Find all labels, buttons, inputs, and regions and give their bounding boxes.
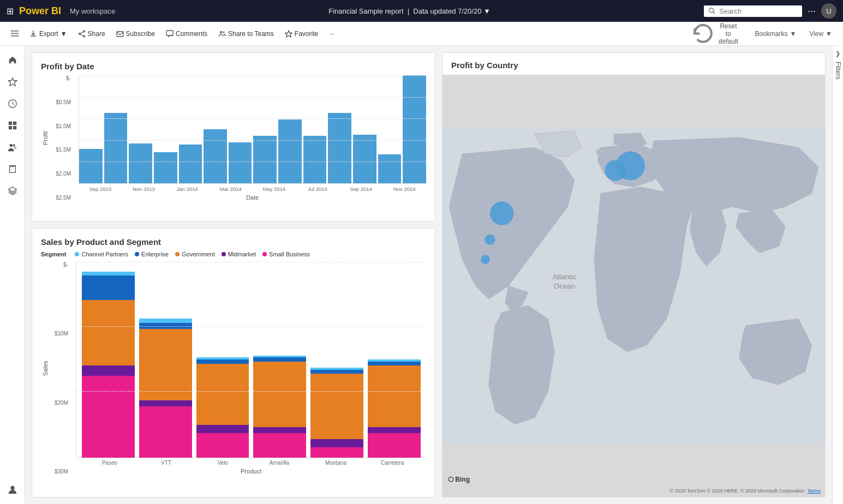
stacked-bar-group[interactable]	[253, 262, 306, 458]
share-teams-button[interactable]: Share to Teams	[214, 28, 278, 40]
filters-chevron[interactable]: ❯	[835, 50, 840, 57]
profit-bar[interactable]	[204, 129, 227, 183]
sidebar-item-shared[interactable]	[3, 137, 22, 157]
terms-link[interactable]: Terms	[808, 488, 821, 494]
profit-bar[interactable]	[403, 75, 426, 183]
sidebar-item-home[interactable]	[3, 50, 22, 70]
stacked-bar-segment	[82, 272, 135, 275]
sidebar-item-favorites[interactable]	[3, 72, 22, 92]
profit-bar[interactable]	[79, 149, 103, 183]
svg-line-1	[713, 12, 715, 14]
legend-dot	[222, 252, 226, 256]
map-title: Profit by Country	[443, 53, 825, 74]
content-area: Profit by Date Profit $2.5M$2.0M$1.5M$1.…	[25, 46, 832, 504]
legend-label: Small Business	[269, 251, 310, 257]
more-toolbar-icon[interactable]: ···	[325, 28, 339, 40]
svg-point-23	[10, 486, 14, 490]
stacked-bar-segment	[310, 374, 363, 439]
stacked-bar-segment	[253, 433, 306, 458]
sales-y-label: $10M	[49, 331, 71, 337]
sales-y-label: $20M	[49, 400, 71, 406]
search-input[interactable]	[719, 7, 790, 15]
svg-point-22	[13, 144, 15, 146]
search-icon	[708, 7, 716, 15]
legend-item[interactable]: Small Business	[262, 251, 310, 257]
profit-bar[interactable]	[328, 113, 351, 183]
view-button[interactable]: View ▼	[805, 28, 836, 40]
sales-x-labels: PaseoVTTVeloAmarillaMontanaCarretera	[76, 458, 426, 466]
profit-bar[interactable]	[129, 143, 152, 183]
more-options-icon[interactable]: ···	[808, 5, 816, 17]
share-button[interactable]: Share	[74, 28, 110, 40]
reset-icon	[691, 22, 715, 45]
sales-legend: Segment Channel Partners Enterprise Gove…	[41, 251, 426, 257]
sidebar-item-apps[interactable]	[3, 116, 22, 135]
profit-bar[interactable]	[378, 154, 402, 183]
stacked-bar-segment	[253, 427, 306, 433]
svg-text:⬡ Bing: ⬡ Bing	[448, 476, 470, 483]
sidebar-item-recent[interactable]	[3, 94, 22, 113]
clock-icon	[8, 99, 17, 109]
svg-point-5	[83, 31, 85, 32]
profit-x-label: May 2014	[253, 186, 296, 192]
profit-bar[interactable]	[303, 136, 327, 183]
stacked-bar-segment	[196, 433, 249, 458]
profit-bar[interactable]	[179, 145, 202, 183]
stacked-bar-group[interactable]	[310, 262, 363, 458]
stacked-bar-group[interactable]	[82, 262, 135, 458]
bookmarks-button[interactable]: Bookmarks ▼	[748, 28, 800, 40]
stacked-bar-segment	[82, 365, 135, 376]
main-layout: Profit by Date Profit $2.5M$2.0M$1.5M$1.…	[0, 46, 843, 504]
legend-item[interactable]: Channel Partners	[75, 251, 128, 257]
profit-x-label: Nov 2013	[122, 186, 166, 192]
svg-rect-19	[8, 126, 11, 129]
export-button[interactable]: Export ▼	[25, 28, 71, 40]
profit-bar[interactable]	[278, 119, 302, 183]
stacked-bar-group[interactable]	[196, 262, 249, 458]
svg-point-29	[485, 235, 495, 245]
profit-y-label: $2.0M	[49, 171, 74, 177]
profit-bar[interactable]	[104, 113, 128, 183]
powerbi-logo: Power BI	[19, 5, 61, 17]
sales-x-label: Carretera	[364, 460, 421, 466]
profit-bar[interactable]	[353, 135, 376, 183]
svg-point-21	[9, 144, 12, 147]
waffle-icon[interactable]: ⊞	[7, 6, 14, 16]
filters-panel[interactable]: ❯ Filters	[832, 46, 843, 504]
favorite-button[interactable]: Favorite	[280, 28, 322, 40]
profit-bar[interactable]	[229, 142, 252, 183]
comments-button[interactable]: Comments	[162, 28, 212, 40]
stacked-bar-segment	[368, 365, 421, 427]
profit-x-label: Nov 2014	[382, 186, 426, 192]
stacked-bar-segment	[253, 362, 306, 427]
search-box[interactable]	[704, 5, 802, 17]
svg-rect-10	[117, 32, 123, 37]
sidebar-item-learn[interactable]	[3, 159, 22, 179]
stacked-bar-group[interactable]	[368, 262, 421, 458]
menu-toggle-button[interactable]	[7, 28, 23, 40]
stacked-bar-group[interactable]	[139, 262, 192, 458]
profit-bar[interactable]	[253, 136, 277, 183]
workspace-label[interactable]: My workspace	[70, 7, 115, 15]
svg-point-0	[709, 8, 714, 13]
profit-y-axis-title: Profit	[41, 75, 49, 201]
legend-item[interactable]: Midmarket	[222, 251, 256, 257]
filters-label: Filters	[834, 62, 842, 80]
grid-icon	[8, 121, 17, 130]
profit-bar[interactable]	[154, 152, 177, 183]
sidebar-item-profile[interactable]	[3, 480, 22, 500]
legend-item[interactable]: Enterprise	[135, 251, 169, 257]
reset-button[interactable]: Reset to default	[687, 20, 744, 47]
svg-rect-18	[13, 122, 16, 125]
legend-label: Channel Partners	[81, 251, 128, 257]
legend-item[interactable]: Government	[175, 251, 215, 257]
legend-label: Enterprise	[141, 251, 169, 257]
subscribe-icon	[116, 30, 124, 38]
profit-chart-title: Profit by Date	[41, 62, 426, 71]
avatar[interactable]: U	[821, 3, 836, 19]
star-sidebar-icon	[8, 77, 17, 87]
subscribe-button[interactable]: Subscribe	[112, 28, 159, 40]
data-updated-chevron[interactable]: ▼	[483, 7, 491, 15]
stacked-bar-segment	[196, 364, 249, 425]
sidebar-item-workspaces[interactable]	[3, 181, 22, 201]
